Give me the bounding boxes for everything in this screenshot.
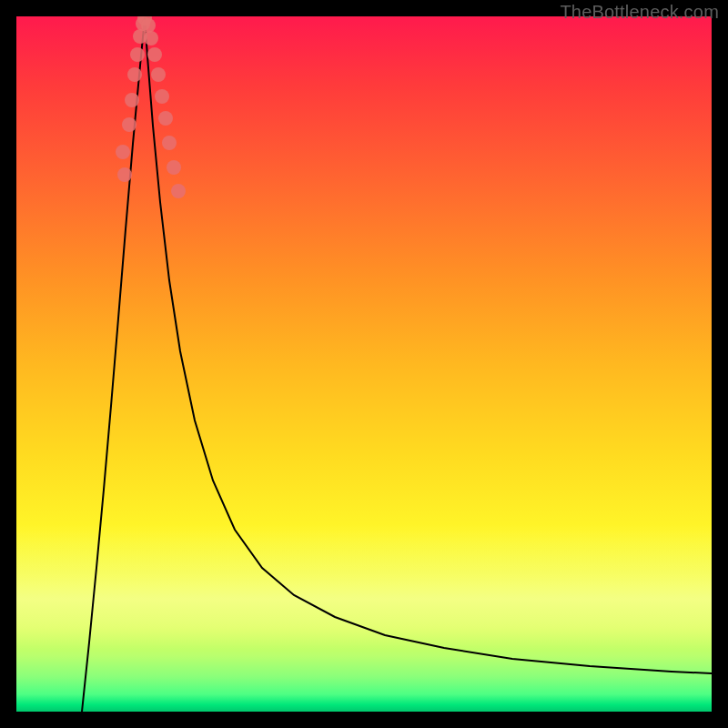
data-dot xyxy=(117,167,132,182)
data-dot xyxy=(116,145,130,159)
data-dot xyxy=(141,18,156,33)
data-dot xyxy=(171,184,186,198)
data-dot xyxy=(162,136,177,150)
data-dot xyxy=(158,111,173,126)
data-dot xyxy=(151,67,166,82)
data-dot xyxy=(144,31,158,46)
chart-frame: TheBottleneck.com xyxy=(0,0,728,728)
data-dot xyxy=(130,47,145,62)
data-dot xyxy=(147,47,162,62)
data-dot xyxy=(127,67,142,82)
bottleneck-curve-right xyxy=(145,18,712,673)
data-dot xyxy=(125,93,139,107)
data-dot xyxy=(155,89,169,104)
data-dot xyxy=(122,117,136,132)
plot-area xyxy=(16,16,712,712)
watermark-text: TheBottleneck.com xyxy=(560,2,719,23)
data-dot xyxy=(167,160,181,175)
curve-layer xyxy=(16,16,712,712)
